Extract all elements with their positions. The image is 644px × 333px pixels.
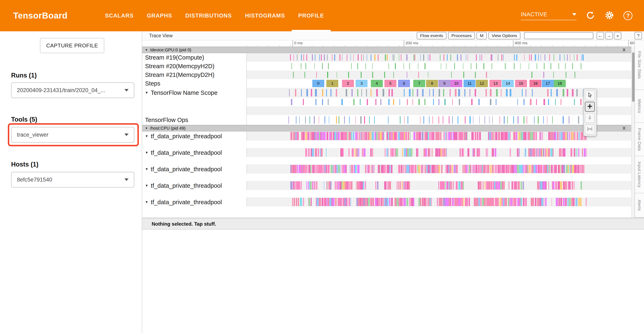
trace-event-bar[interactable] [366, 63, 366, 69]
trace-event-bar[interactable] [480, 165, 482, 173]
trace-event-bar[interactable] [409, 63, 410, 69]
trace-event-bar[interactable] [569, 198, 571, 206]
trace-event-bar[interactable] [496, 148, 496, 156]
trace-event-bar[interactable] [324, 165, 326, 173]
trace-event-bar[interactable] [408, 165, 410, 173]
trace-event-bar[interactable] [373, 198, 374, 206]
trace-event-bar[interactable] [553, 132, 554, 140]
trace-event-bar[interactable] [409, 165, 410, 173]
trace-event-bar[interactable] [520, 198, 522, 206]
trace-event-bar[interactable] [577, 148, 577, 156]
trace-event-bar[interactable] [496, 181, 498, 190]
trace-event-bar[interactable] [438, 165, 440, 173]
step-block[interactable]: 16 [530, 80, 542, 87]
trace-event-bar[interactable] [372, 132, 374, 140]
trace-event-bar[interactable] [352, 89, 353, 96]
trace-row-label[interactable] [142, 106, 246, 115]
trace-event-bar[interactable] [462, 148, 464, 156]
trace-event-bar[interactable] [428, 132, 429, 140]
trace-event-bar[interactable] [315, 54, 316, 60]
trace-event-bar[interactable] [417, 89, 418, 96]
trace-event-bar[interactable] [404, 165, 406, 173]
trace-event-bar[interactable] [571, 132, 573, 140]
trace-event-bar[interactable] [461, 132, 463, 140]
trace-event-bar[interactable] [433, 132, 434, 140]
trace-event-bar[interactable] [301, 132, 303, 140]
trace-event-bar[interactable] [412, 165, 414, 173]
trace-event-bar[interactable] [429, 165, 431, 173]
trace-row-timeline[interactable] [246, 70, 631, 79]
trace-event-bar[interactable] [449, 165, 451, 173]
row-expand-arrow-icon[interactable]: ▼ [145, 184, 148, 188]
trace-event-bar[interactable] [336, 116, 337, 124]
trace-event-bar[interactable] [388, 99, 390, 105]
trace-event-bar[interactable] [396, 148, 398, 156]
trace-event-bar[interactable] [458, 198, 460, 206]
trace-event-bar[interactable] [372, 63, 373, 69]
trace-event-bar[interactable] [288, 116, 289, 124]
trace-event-bar[interactable] [500, 198, 502, 206]
step-block[interactable]: 18 [554, 80, 566, 87]
trace-event-bar[interactable] [294, 54, 294, 60]
trace-event-bar[interactable] [422, 198, 424, 206]
trace-event-bar[interactable] [450, 54, 451, 60]
trace-event-bar[interactable] [582, 165, 583, 173]
trace-event-bar[interactable] [342, 165, 344, 173]
trace-event-bar[interactable] [519, 165, 522, 173]
trace-event-bar[interactable] [292, 63, 292, 69]
trace-event-bar[interactable] [321, 132, 322, 140]
trace-event-bar[interactable] [524, 116, 524, 124]
trace-event-bar[interactable] [490, 181, 492, 190]
trace-event-bar[interactable] [413, 198, 414, 206]
trace-event-bar[interactable] [412, 89, 413, 96]
trace-event-bar[interactable] [523, 165, 524, 173]
trace-event-bar[interactable] [532, 72, 532, 78]
trace-event-bar[interactable] [404, 116, 404, 124]
trace-event-bar[interactable] [538, 116, 539, 124]
trace-event-bar[interactable] [409, 198, 410, 206]
trace-event-bar[interactable] [486, 148, 487, 156]
trace-event-bar[interactable] [532, 132, 533, 140]
trace-event-bar[interactable] [462, 165, 464, 173]
trace-event-bar[interactable] [418, 99, 420, 105]
trace-event-bar[interactable] [562, 89, 564, 96]
analysis-tab-alerts[interactable]: Alerts [635, 193, 644, 218]
trace-event-bar[interactable] [551, 165, 553, 173]
trace-event-bar[interactable] [514, 165, 515, 173]
trace-event-bar[interactable] [438, 99, 440, 105]
trace-event-bar[interactable] [342, 148, 344, 156]
trace-event-bar[interactable] [536, 132, 537, 140]
trace-event-bar[interactable] [539, 165, 541, 173]
trace-event-bar[interactable] [352, 148, 354, 156]
trace-event-bar[interactable] [485, 165, 486, 173]
trace-event-bar[interactable] [490, 165, 492, 173]
trace-event-bar[interactable] [557, 132, 558, 140]
trace-event-bar[interactable] [507, 132, 508, 140]
trace-event-bar[interactable] [426, 148, 427, 156]
trace-event-bar[interactable] [489, 132, 491, 140]
trace-event-bar[interactable] [573, 181, 574, 190]
trace-event-bar[interactable] [306, 181, 307, 190]
trace-event-bar[interactable] [543, 148, 544, 156]
trace-event-bar[interactable] [407, 181, 409, 190]
trace-event-bar[interactable] [492, 148, 494, 156]
trace-event-bar[interactable] [428, 54, 428, 60]
trace-event-bar[interactable] [357, 181, 359, 190]
trace-event-bar[interactable] [566, 72, 566, 78]
trace-event-bar[interactable] [500, 116, 500, 124]
toolbar-nav-button[interactable]: → [605, 32, 613, 39]
trace-event-bar[interactable] [340, 165, 340, 173]
trace-event-bar[interactable] [391, 165, 392, 173]
refresh-button[interactable] [586, 11, 596, 20]
trace-event-bar[interactable] [525, 198, 527, 206]
trace-event-bar[interactable] [443, 198, 445, 206]
trace-event-bar[interactable] [416, 165, 416, 173]
trace-event-bar[interactable] [469, 198, 470, 206]
trace-event-bar[interactable] [465, 116, 466, 124]
trace-event-bar[interactable] [550, 148, 552, 156]
trace-event-bar[interactable] [298, 198, 299, 206]
trace-event-bar[interactable] [523, 198, 525, 206]
trace-event-bar[interactable] [301, 54, 302, 60]
trace-event-bar[interactable] [357, 89, 358, 96]
trace-event-bar[interactable] [475, 132, 476, 140]
